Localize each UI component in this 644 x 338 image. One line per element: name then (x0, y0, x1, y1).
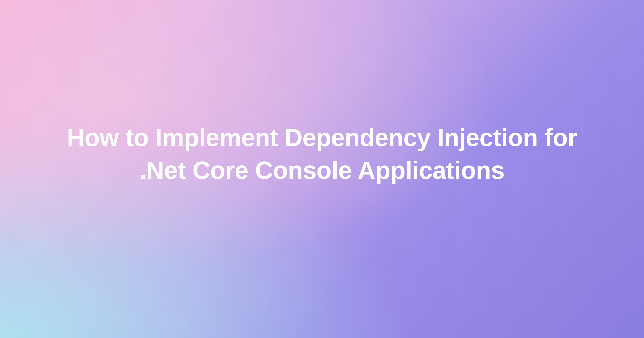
title-wrapper: How to Implement Dependency Injection fo… (0, 121, 644, 187)
hero-banner: How to Implement Dependency Injection fo… (0, 0, 644, 338)
hero-title: How to Implement Dependency Injection fo… (44, 121, 600, 187)
